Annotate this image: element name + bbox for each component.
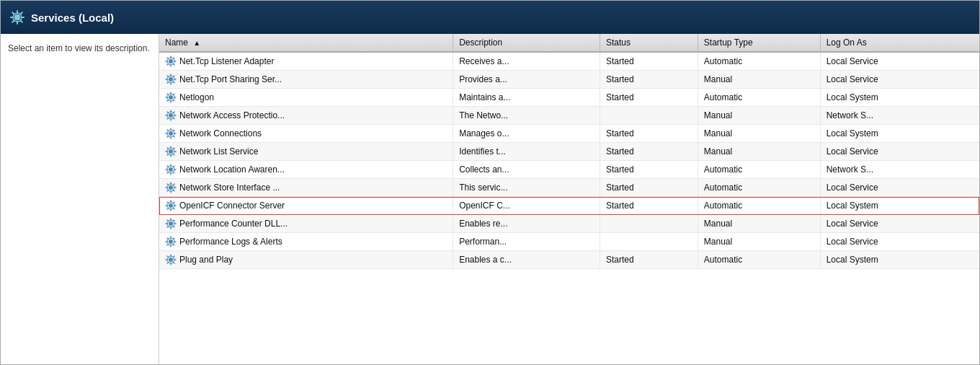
service-description: This servic... — [453, 179, 600, 197]
service-gear-icon — [165, 200, 177, 211]
service-startup-type: Manual — [698, 107, 820, 125]
service-description: Maintains a... — [453, 89, 600, 107]
service-startup-type: Automatic — [698, 179, 820, 197]
service-status — [600, 215, 698, 233]
table-row[interactable]: Performance Logs & AlertsPerforman...Man… — [159, 233, 979, 251]
service-name: Network Connections — [179, 128, 262, 138]
col-header-startup-type[interactable]: Startup Type — [698, 34, 820, 52]
service-gear-icon — [165, 218, 177, 229]
service-description: Performan... — [453, 233, 600, 251]
service-gear-icon — [165, 146, 177, 157]
sort-arrow-icon: ▲ — [193, 39, 200, 47]
service-gear-icon — [165, 110, 177, 121]
svg-point-24 — [169, 258, 173, 262]
service-status: Started — [600, 251, 698, 269]
table-row[interactable]: Network ConnectionsManages o...StartedMa… — [159, 125, 979, 143]
service-status: Started — [600, 125, 698, 143]
table-row[interactable]: Network List ServiceIdentifies t...Start… — [159, 143, 979, 161]
svg-point-12 — [169, 149, 173, 154]
service-gear-icon — [165, 92, 177, 103]
service-status: Started — [600, 161, 698, 179]
service-log-on-as: Local Service — [820, 52, 979, 71]
service-name: Network Location Awaren... — [179, 164, 285, 175]
col-header-description[interactable]: Description — [453, 34, 600, 52]
table-row[interactable]: Network Access Protectio...The Netwo...M… — [159, 107, 979, 125]
service-log-on-as: Local System — [820, 125, 979, 143]
service-startup-type: Manual — [698, 233, 820, 251]
service-startup-type: Automatic — [698, 52, 820, 71]
sidebar-description: Select an item to view its description. — [8, 43, 150, 53]
services-window: Services (Local) Select an item to view … — [0, 0, 980, 365]
service-description: Receives a... — [453, 52, 600, 71]
service-status: Started — [600, 179, 698, 197]
service-name: Performance Counter DLL... — [179, 219, 288, 229]
service-gear-icon — [165, 254, 177, 265]
svg-point-22 — [169, 239, 173, 244]
table-row[interactable]: OpenICF Connector ServerOpenICF C...Star… — [159, 197, 979, 215]
table-row[interactable]: Network Location Awaren...Collects an...… — [159, 161, 979, 179]
service-name: Net.Tcp Port Sharing Ser... — [179, 74, 282, 84]
service-log-on-as: Local System — [820, 197, 979, 215]
service-log-on-as: Local Service — [820, 233, 979, 251]
service-name: Performance Logs & Alerts — [179, 237, 282, 247]
service-gear-icon — [165, 164, 177, 175]
service-startup-type: Manual — [698, 71, 820, 89]
table-row[interactable]: Network Store Interface ...This servic..… — [159, 179, 979, 197]
service-description: The Netwo... — [453, 107, 600, 125]
service-startup-type: Automatic — [698, 197, 820, 215]
service-log-on-as: Network S... — [820, 107, 979, 125]
service-startup-type: Automatic — [698, 251, 820, 269]
service-status — [600, 233, 698, 251]
service-description: Manages o... — [453, 125, 600, 143]
table-row[interactable]: Plug and PlayEnables a c...StartedAutoma… — [159, 251, 979, 269]
service-startup-type: Manual — [698, 215, 820, 233]
service-status: Started — [600, 143, 698, 161]
service-status: Started — [600, 52, 698, 71]
title-bar: Services (Local) — [1, 1, 979, 34]
svg-point-18 — [169, 203, 173, 208]
service-status: Started — [600, 197, 698, 215]
service-gear-icon — [165, 236, 177, 247]
table-row[interactable]: NetlogonMaintains a...StartedAutomaticLo… — [159, 89, 979, 107]
svg-point-14 — [169, 167, 173, 172]
service-description: Enables re... — [453, 215, 600, 233]
svg-point-4 — [169, 77, 173, 82]
service-description: Identifies t... — [453, 143, 600, 161]
service-name: Net.Tcp Listener Adapter — [179, 56, 274, 66]
svg-point-16 — [169, 185, 173, 190]
service-gear-icon — [165, 128, 177, 139]
service-log-on-as: Network S... — [820, 161, 979, 179]
service-name: Network Store Interface ... — [179, 182, 280, 193]
service-log-on-as: Local Service — [820, 215, 979, 233]
service-status: Started — [600, 71, 698, 89]
services-rows: Net.Tcp Listener AdapterReceives a...Sta… — [159, 52, 979, 269]
service-description: Collects an... — [453, 161, 600, 179]
sidebar: Select an item to view its description. — [1, 34, 159, 364]
table-row[interactable]: Performance Counter DLL...Enables re...M… — [159, 215, 979, 233]
col-header-log-on-as[interactable]: Log On As — [820, 34, 979, 52]
service-startup-type: Manual — [698, 125, 820, 143]
service-gear-icon — [165, 74, 177, 85]
svg-point-0 — [14, 14, 20, 20]
service-name: Network List Service — [179, 146, 258, 157]
table-row[interactable]: Net.Tcp Port Sharing Ser...Provides a...… — [159, 71, 979, 89]
col-header-status[interactable]: Status — [600, 34, 698, 52]
main-area: Select an item to view its description. … — [1, 34, 979, 364]
service-description: Provides a... — [453, 71, 600, 89]
service-name: OpenICF Connector Server — [179, 201, 285, 211]
service-log-on-as: Local Service — [820, 143, 979, 161]
services-table-container[interactable]: Name ▲ Description Status Startup Type — [159, 34, 979, 364]
gear-icon — [9, 9, 25, 25]
table-row[interactable]: Net.Tcp Listener AdapterReceives a...Sta… — [159, 52, 979, 71]
service-startup-type: Automatic — [698, 89, 820, 107]
svg-point-10 — [169, 131, 173, 136]
svg-point-20 — [169, 221, 173, 226]
service-status: Started — [600, 89, 698, 107]
col-header-name[interactable]: Name ▲ — [159, 34, 453, 52]
service-name: Plug and Play — [179, 255, 233, 265]
service-startup-type: Manual — [698, 143, 820, 161]
service-log-on-as: Local System — [820, 89, 979, 107]
service-log-on-as: Local Service — [820, 71, 979, 89]
service-gear-icon — [165, 56, 177, 67]
service-description: OpenICF C... — [453, 197, 600, 215]
